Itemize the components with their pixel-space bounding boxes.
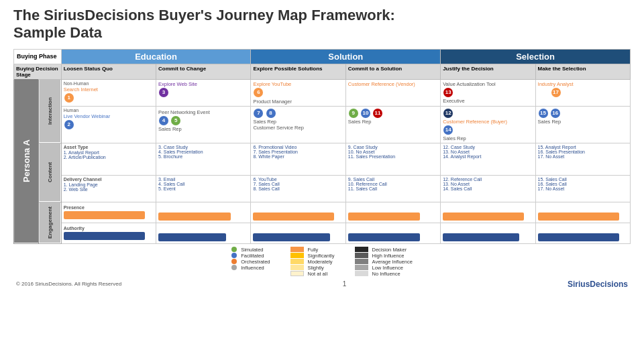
non-human-stage3: Explore YouTube 6 Product Manager	[251, 79, 345, 106]
human-stage6: 15 16 Sales Rep	[535, 106, 630, 143]
footer-page-num: 1	[343, 280, 347, 288]
stage-5: Justify the Decision	[441, 64, 535, 79]
authority-stage2	[156, 223, 251, 243]
footer-brand: SiriusDecisions	[568, 280, 628, 289]
delivery-stage1: Delivery Channel 1. Landing Page 2. Web …	[61, 175, 156, 202]
stage-3: Explore Possible Solutions	[251, 64, 345, 79]
stage-6: Make the Selection	[535, 64, 630, 79]
asset-stage6: 15. Analyst Report 16. Sales Presentatio…	[535, 143, 630, 175]
presence-stage3	[251, 202, 345, 223]
delivery-stage5: 12. Reference Call 13. No Asset 14. Sale…	[441, 175, 535, 202]
human-stage5: 12 Customer Reference (Buyer) 14 Sales R…	[441, 106, 535, 143]
footer-copyright: © 2016 SiriusDecisions. All Rights Reser…	[16, 281, 121, 287]
human-stage2: Peer Networking Event 4 5 Sales Rep	[156, 106, 251, 143]
asset-stage5: 12. Case Study 13. No Asset 14. Analyst …	[441, 143, 535, 175]
buying-phase-label: Buying Phase	[14, 49, 62, 64]
engagement-label: Engagement	[39, 202, 61, 243]
legend-bars: Fully Significantly Moderately Slightly …	[290, 247, 335, 277]
human-stage4: 9 10 11 Sales Rep	[345, 106, 440, 143]
non-human-stage1: Non-Human Search Internet 1	[61, 79, 156, 106]
authority-stage4	[345, 223, 440, 243]
interaction-label: Interaction	[39, 79, 61, 143]
authority-stage6	[535, 223, 630, 243]
stage-2: Commit to Change	[156, 64, 251, 79]
non-human-stage2: Explore Web Site 3	[156, 79, 251, 106]
authority-stage5	[441, 223, 535, 243]
asset-stage3: 6. Promotional Video 7. Sales Presentati…	[251, 143, 345, 175]
presence-stage4	[345, 202, 440, 223]
asset-type-row: Content Asset Type 1. Analyst Report 2. …	[14, 143, 631, 175]
human-row: Human Live Vendor Webinar 2 Peer Network…	[14, 106, 631, 143]
delivery-channel-row: Delivery Channel 1. Landing Page 2. Web …	[14, 175, 631, 202]
presence-stage5	[441, 202, 535, 223]
delivery-stage2: 3. Email 4. Sales Call 5. Event	[156, 175, 251, 202]
phase-solution: Solution	[251, 49, 441, 64]
phase-education: Education	[61, 49, 251, 64]
asset-stage2: 3. Case Study 4. Sales Presentation 5. B…	[156, 143, 251, 175]
authority-row: Authority	[14, 223, 631, 243]
phase-selection: Selection	[441, 49, 631, 64]
non-human-row: Persona A Interaction Non-Human Search I…	[14, 79, 631, 106]
asset-stage1: Asset Type 1. Analyst Report 2. Article/…	[61, 143, 156, 175]
buying-decision-row: Buying Decision Stage Loosen Status Quo …	[14, 64, 631, 79]
human-stage3: 7 8 Sales Rep Customer Service Rep	[251, 106, 345, 143]
stage-4: Commit to a Solution	[345, 64, 440, 79]
non-human-stage5: Value Actualization Tool 13 Executive	[441, 79, 535, 106]
content-label: Content	[39, 143, 61, 202]
presence-stage1: Presence	[61, 202, 156, 223]
presence-stage2	[156, 202, 251, 223]
human-stage1: Human Live Vendor Webinar 2	[61, 106, 156, 143]
authority-stage1: Authority	[61, 223, 156, 243]
delivery-stage3: 6. YouTube 7. Sales Call 8. Sales Call	[251, 175, 345, 202]
legend-dots: Simulated Facilitated Orchestrated Influ…	[231, 247, 270, 277]
delivery-stage4: 9. Sales Call 10. Reference Call 11. Sal…	[345, 175, 440, 202]
page-title: The SiriusDecisions Buyer's Journey Map …	[13, 7, 631, 42]
delivery-stage6: 15. Sales Call 16. Sales Call 17. No Ass…	[535, 175, 630, 202]
buying-phase-row: Buying Phase Education Solution Selectio…	[14, 49, 631, 64]
legend-influence: Decision Maker High Influence Average In…	[355, 247, 413, 277]
buying-decision-label: Buying Decision Stage	[14, 64, 62, 79]
asset-stage4: 9. Case Study 10. No Asset 11. Sales Pre…	[345, 143, 440, 175]
presence-row: Engagement Presence	[14, 202, 631, 223]
persona-label: Persona A	[14, 79, 39, 243]
stage-1: Loosen Status Quo	[61, 64, 156, 79]
non-human-stage6: Industry Analyst 17	[535, 79, 630, 106]
presence-stage6	[535, 202, 630, 223]
non-human-stage4: Customer Reference (Vendor)	[345, 79, 440, 106]
authority-stage3	[251, 223, 345, 243]
